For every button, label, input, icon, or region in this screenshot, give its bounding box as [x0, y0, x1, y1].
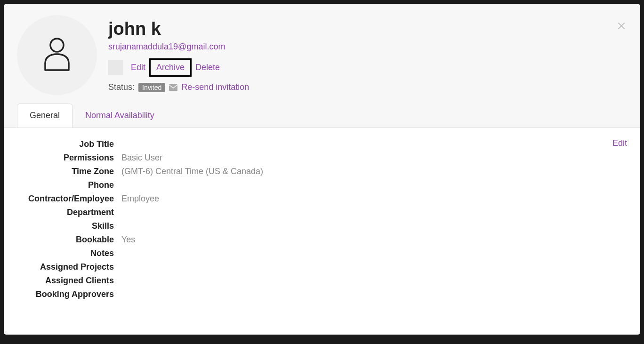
field-phone: Phone	[17, 180, 627, 190]
svg-rect-3	[169, 84, 177, 91]
archive-link[interactable]: Archive	[149, 58, 192, 77]
user-email[interactable]: srujanamaddula19@gmail.com	[108, 42, 249, 52]
field-label: Time Zone	[17, 167, 114, 176]
field-label: Assigned Projects	[17, 262, 114, 272]
user-details-modal: john k srujanamaddula19@gmail.com Edit A…	[4, 4, 640, 335]
tab-normal-availability[interactable]: Normal Availability	[72, 104, 167, 128]
delete-link[interactable]: Delete	[195, 63, 220, 72]
resend-invitation-link[interactable]: Re-send invitation	[181, 82, 249, 92]
field-list: Job Title Permissions Basic User Time Zo…	[17, 139, 627, 299]
envelope-icon	[169, 84, 177, 91]
field-job-title: Job Title	[17, 139, 627, 149]
field-label: Skills	[17, 221, 114, 231]
field-label: Notes	[17, 248, 114, 258]
field-value: (GMT-6) Central Time (US & Canada)	[121, 167, 263, 176]
field-time-zone: Time Zone (GMT-6) Central Time (US & Can…	[17, 167, 627, 176]
field-label: Job Title	[17, 139, 114, 149]
user-info: john k srujanamaddula19@gmail.com Edit A…	[108, 15, 249, 92]
field-label: Contractor/Employee	[17, 194, 114, 204]
field-notes: Notes	[17, 248, 627, 258]
svg-point-2	[50, 39, 64, 52]
field-label: Department	[17, 208, 114, 217]
edit-link[interactable]: Edit	[131, 63, 145, 72]
person-icon	[42, 37, 72, 73]
avatar	[17, 15, 97, 95]
tabs: General Normal Availability	[17, 104, 627, 128]
field-label: Booking Approvers	[17, 289, 114, 299]
close-button[interactable]	[616, 21, 627, 32]
modal-body: Edit Job Title Permissions Basic User Ti…	[4, 128, 640, 335]
field-assigned-projects: Assigned Projects	[17, 262, 627, 272]
field-permissions: Permissions Basic User	[17, 153, 627, 163]
field-skills: Skills	[17, 221, 627, 231]
action-links: Edit Archive Delete	[108, 58, 249, 77]
field-booking-approvers: Booking Approvers	[17, 289, 627, 299]
action-icon-placeholder	[108, 60, 123, 75]
field-label: Permissions	[17, 153, 114, 163]
field-label: Assigned Clients	[17, 276, 114, 286]
field-label: Bookable	[17, 235, 114, 245]
field-value: Employee	[121, 194, 159, 204]
status-label: Status:	[108, 82, 135, 92]
field-value: Basic User	[121, 153, 162, 163]
status-row: Status: Invited Re-send invitation	[108, 82, 249, 92]
field-contractor-employee: Contractor/Employee Employee	[17, 194, 627, 204]
user-name: john k	[108, 19, 249, 39]
tab-general[interactable]: General	[17, 104, 72, 128]
status-badge: Invited	[138, 83, 165, 92]
field-assigned-clients: Assigned Clients	[17, 276, 627, 286]
field-value: Yes	[121, 235, 135, 245]
field-label: Phone	[17, 180, 114, 190]
modal-header: john k srujanamaddula19@gmail.com Edit A…	[4, 4, 640, 128]
body-edit-link[interactable]: Edit	[612, 138, 627, 148]
close-icon	[617, 21, 626, 32]
field-department: Department	[17, 208, 627, 217]
field-bookable: Bookable Yes	[17, 235, 627, 245]
